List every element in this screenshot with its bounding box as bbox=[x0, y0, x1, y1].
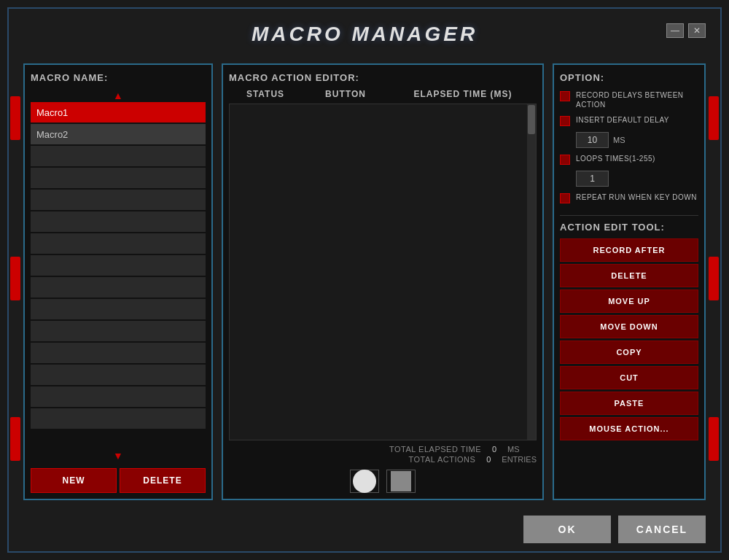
editor-title: MACRO ACTION EDITOR: bbox=[229, 72, 537, 83]
macro-item-6[interactable] bbox=[31, 233, 206, 254]
stop-icon bbox=[391, 471, 411, 491]
tool-btn-paste[interactable]: PASTE bbox=[560, 392, 698, 415]
macro-buttons: NEW DELETE bbox=[31, 468, 206, 493]
macro-item-2[interactable] bbox=[31, 146, 206, 166]
option-repeat-run-label: REPEAT RUN WHEN KEY DOWN bbox=[576, 192, 697, 202]
editor-header: STATUS BUTTON ELAPSED TIME (MS) bbox=[229, 89, 537, 99]
delete-macro-button[interactable]: DELETE bbox=[120, 468, 206, 493]
macro-name-title: MACRO NAME: bbox=[31, 72, 206, 83]
total-actions-value: 0 bbox=[481, 455, 496, 464]
macro-item-3[interactable] bbox=[31, 168, 206, 188]
col-header-elapsed: ELAPSED TIME (MS) bbox=[389, 89, 537, 99]
col-header-button: BUTTON bbox=[302, 89, 389, 99]
macro-item-12[interactable] bbox=[31, 365, 206, 385]
window-title: MACRO MANAGER bbox=[252, 23, 477, 46]
option-record-delays: RECORD DELAYS BETWEEN ACTION bbox=[560, 90, 698, 109]
insert-default-input-row: 10 MS bbox=[576, 132, 698, 148]
close-button[interactable]: ✕ bbox=[688, 23, 706, 38]
record-button[interactable] bbox=[350, 470, 379, 493]
ok-button[interactable]: OK bbox=[523, 516, 611, 543]
cancel-button[interactable]: CANCEL bbox=[618, 516, 706, 543]
macro-scroll-up[interactable]: ▲ bbox=[31, 89, 206, 102]
window-controls: — ✕ bbox=[666, 23, 706, 38]
macro-item-14[interactable] bbox=[31, 408, 206, 429]
total-actions-row: TOTAL ACTIONS 0 ENTRIES bbox=[229, 455, 537, 464]
table-scrollbar[interactable] bbox=[527, 104, 536, 440]
macro-item-11[interactable] bbox=[31, 343, 206, 363]
tool-btn-record-after[interactable]: RECORD AFTER bbox=[560, 238, 698, 262]
table-scroll-thumb[interactable] bbox=[528, 105, 535, 134]
tool-btn-cut[interactable]: CUT bbox=[560, 366, 698, 389]
checkbox-loops[interactable] bbox=[560, 155, 570, 165]
total-elapsed-unit: MS bbox=[507, 445, 537, 454]
insert-default-unit: MS bbox=[613, 136, 625, 144]
checkbox-record-delays[interactable] bbox=[560, 91, 570, 101]
macro-item-0[interactable]: Macro1 bbox=[31, 102, 206, 122]
loops-input[interactable]: 1 bbox=[576, 171, 609, 187]
divider bbox=[560, 215, 698, 216]
tool-btn-delete[interactable]: DELETE bbox=[560, 264, 698, 287]
checkbox-repeat-run[interactable] bbox=[560, 193, 570, 203]
macro-item-4[interactable] bbox=[31, 190, 206, 210]
editor-controls bbox=[229, 470, 537, 493]
macro-item-8[interactable] bbox=[31, 277, 206, 298]
macro-item-7[interactable] bbox=[31, 255, 206, 276]
right-panel: OPTION: RECORD DELAYS BETWEEN ACTION INS… bbox=[553, 63, 706, 500]
editor-table bbox=[229, 104, 537, 440]
new-macro-button[interactable]: NEW bbox=[31, 468, 117, 493]
bottom-bar: OK CANCEL bbox=[9, 508, 720, 551]
checkbox-insert-default[interactable] bbox=[560, 116, 570, 126]
loops-input-row: 1 bbox=[576, 171, 698, 187]
insert-default-input[interactable]: 10 bbox=[576, 132, 609, 148]
tool-btn-move-down[interactable]: MOVE DOWN bbox=[560, 315, 698, 338]
total-elapsed-row: TOTAL ELAPSED TIME 0 MS bbox=[229, 445, 537, 454]
footer-stats: TOTAL ELAPSED TIME 0 MS TOTAL ACTIONS 0 … bbox=[229, 445, 537, 464]
app-window: MACRO MANAGER — ✕ MACRO NAME: ▲ Macro1 M… bbox=[7, 7, 722, 553]
tool-btn-mouse-action[interactable]: MOUSE ACTION... bbox=[560, 417, 698, 440]
option-title: OPTION: bbox=[560, 72, 698, 83]
option-loops: LOOPS TIMES(1-255) bbox=[560, 154, 698, 165]
macro-list-container: ▲ Macro1 Macro2 bbox=[31, 89, 206, 462]
option-loops-label: LOOPS TIMES(1-255) bbox=[576, 154, 655, 163]
minimize-button[interactable]: — bbox=[666, 23, 684, 38]
tool-btn-move-up[interactable]: MOVE UP bbox=[560, 289, 698, 313]
action-tool-title: ACTION EDIT TOOL: bbox=[560, 222, 698, 233]
macro-item-5[interactable] bbox=[31, 211, 206, 232]
macro-item-9[interactable] bbox=[31, 299, 206, 319]
macro-item-10[interactable] bbox=[31, 321, 206, 341]
macro-scroll-down[interactable]: ▼ bbox=[31, 449, 206, 462]
col-header-status: STATUS bbox=[229, 89, 302, 99]
total-actions-unit: ENTRIES bbox=[502, 455, 537, 464]
record-icon bbox=[353, 470, 376, 493]
option-record-delays-label: RECORD DELAYS BETWEEN ACTION bbox=[576, 90, 698, 109]
macro-list: Macro1 Macro2 bbox=[31, 102, 206, 449]
title-bar: MACRO MANAGER — ✕ bbox=[9, 9, 720, 60]
macro-item-1[interactable]: Macro2 bbox=[31, 124, 206, 144]
center-panel: MACRO ACTION EDITOR: STATUS BUTTON ELAPS… bbox=[222, 63, 544, 500]
macro-item-13[interactable] bbox=[31, 386, 206, 407]
option-insert-default-label: INSERT DEFAULT DELAY bbox=[576, 115, 669, 125]
total-elapsed-value: 0 bbox=[487, 445, 502, 454]
main-content: MACRO NAME: ▲ Macro1 Macro2 bbox=[9, 60, 720, 508]
total-elapsed-label: TOTAL ELAPSED TIME bbox=[389, 445, 481, 454]
option-repeat-run: REPEAT RUN WHEN KEY DOWN bbox=[560, 192, 698, 203]
total-actions-label: TOTAL ACTIONS bbox=[408, 455, 475, 464]
left-panel: MACRO NAME: ▲ Macro1 Macro2 bbox=[23, 63, 213, 500]
tool-btn-copy[interactable]: COPY bbox=[560, 341, 698, 364]
stop-button[interactable] bbox=[386, 470, 416, 493]
option-insert-default: INSERT DEFAULT DELAY bbox=[560, 115, 698, 126]
